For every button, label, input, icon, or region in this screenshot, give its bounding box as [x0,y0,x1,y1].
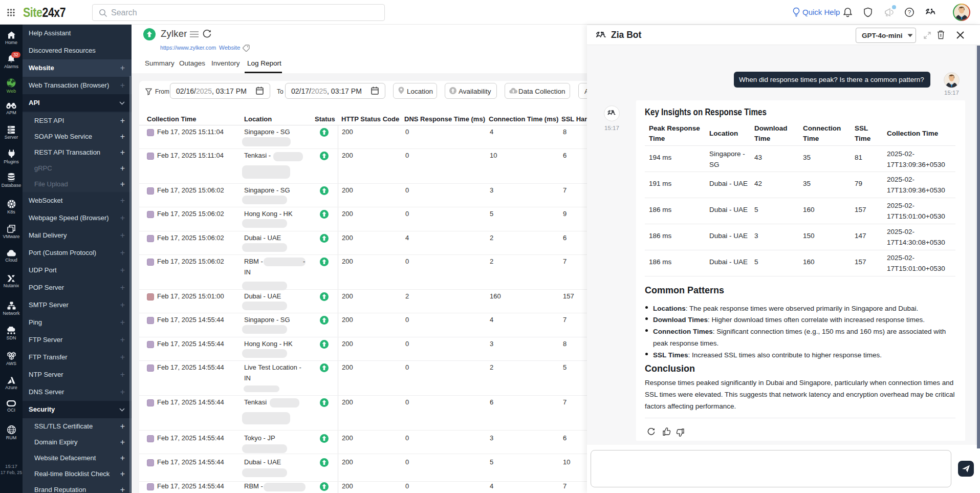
svg-text:?: ? [908,9,911,15]
